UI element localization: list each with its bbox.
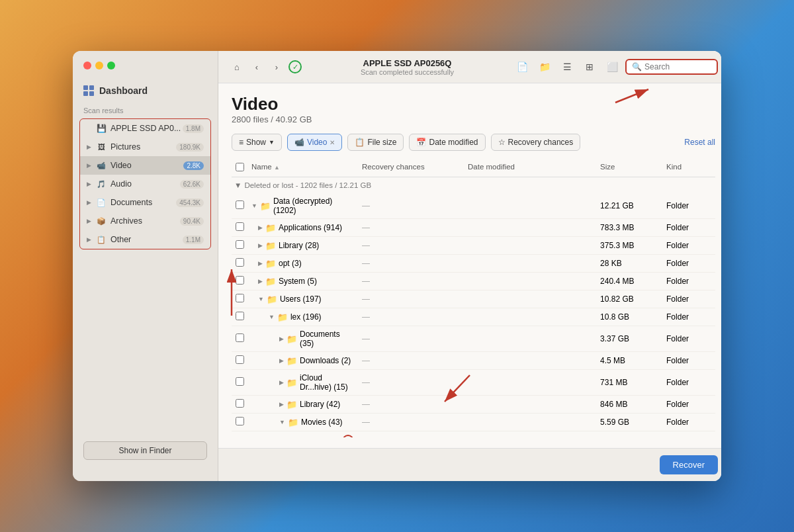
expand-icon[interactable]: ▶ [279, 379, 284, 386]
row-checkbox[interactable] [232, 221, 247, 234]
col-checkbox[interactable] [232, 161, 247, 174]
other-icon: 📋 [96, 234, 107, 245]
device-name: APPLE SSD AP0256Q [308, 58, 506, 68]
row-checkbox[interactable] [232, 332, 247, 345]
sidebar-item-archives[interactable]: ▶ 📦 Archives 90.4K [80, 212, 210, 230]
file-name: Library (42) [300, 400, 340, 409]
grid-icon: ⊞ [586, 62, 594, 72]
search-icon: 🔍 [632, 62, 642, 71]
kind-cell: Folder [662, 311, 715, 323]
show-label: Show [246, 138, 266, 147]
table-row: ▼ 📁 lex (196) — 10.8 GB Folder [232, 308, 715, 326]
kind-cell: Folder [662, 377, 715, 388]
sidebar-item-video[interactable]: ▶ 📹 Video 2.8K [80, 156, 210, 175]
recovery-cell: — [358, 416, 464, 428]
sidebar-item-label: Archives [110, 216, 180, 226]
home-button[interactable]: ⌂ [229, 59, 245, 75]
section-chevron-icon[interactable]: ▼ [234, 181, 242, 189]
row-checkbox[interactable] [232, 239, 247, 252]
section-header: ▼ Deleted or lost - 1202 files / 12.21 G… [232, 177, 715, 193]
row-checkbox[interactable] [232, 310, 247, 324]
row-checkbox[interactable] [232, 257, 247, 270]
sidebar-item-audio[interactable]: ▶ 🎵 Audio 62.6K [80, 175, 210, 193]
table-row: ▶ 📁 opt (3) — 28 KB Folder [232, 255, 715, 273]
remove-video-filter-icon[interactable]: ✕ [330, 139, 335, 146]
expand-icon[interactable]: ▶ [279, 357, 284, 364]
sort-icon[interactable]: ▲ [274, 164, 280, 171]
row-checkbox[interactable] [232, 292, 247, 306]
file-name: Movies (43) [301, 418, 343, 427]
show-filter-button[interactable]: ≡ Show ▼ [232, 134, 282, 151]
eye-icon[interactable]: 👁 [342, 435, 354, 437]
expand-icon[interactable]: ▶ [258, 242, 263, 249]
search-input[interactable] [644, 62, 711, 71]
size-cell: 28 KB [596, 257, 662, 269]
new-file-button[interactable]: 📄 [513, 58, 531, 76]
dashboard-icon [83, 85, 94, 96]
documents-icon: 📄 [96, 197, 107, 208]
date-modified-filter-button[interactable]: 📅 Date modified [409, 134, 485, 151]
table-row: ▶ 📁 Documents (35) — 3.37 GB Folder [232, 326, 715, 352]
expand-icon[interactable]: ▼ [251, 202, 257, 209]
item-count-badge: 62.6K [180, 180, 204, 189]
table-row: ▶ 📁 Downloads (2) — 4.5 MB Folder [232, 352, 715, 370]
recover-button[interactable]: Recover [660, 455, 718, 474]
item-count-badge: 454.3K [176, 199, 204, 207]
size-cell: 783.3 MB [596, 222, 662, 234]
video-filter-button[interactable]: 📹 Video ✕ [287, 134, 342, 151]
row-checkbox[interactable] [232, 199, 247, 212]
split-icon: ⬜ [607, 62, 618, 72]
row-name-cell: ▶ 📁 iCloud Dr...hive) (15) [247, 372, 358, 393]
expand-icon[interactable]: ▶ [258, 278, 263, 285]
sidebar-item-pictures[interactable]: ▶ 🖼 Pictures 180.9K [80, 138, 210, 156]
recovery-chances-filter-button[interactable]: ☆ Recovery chances [491, 134, 581, 151]
toolbar: ⌂ ‹ › ✓ APPLE SSD AP0256Q Scan completed… [218, 51, 721, 83]
file-name: Data (decrypted) (1202) [273, 197, 354, 215]
row-checkbox[interactable] [232, 398, 247, 411]
sidebar-item-label: APPLE SSD AP0... [110, 124, 183, 133]
file-name: System (5) [279, 277, 317, 286]
row-checkbox[interactable] [232, 376, 247, 389]
row-checkbox[interactable] [232, 416, 247, 429]
close-button[interactable] [83, 62, 91, 69]
expand-icon[interactable]: ▼ [279, 419, 285, 425]
expand-icon[interactable]: ▶ [258, 260, 263, 267]
split-view-button[interactable]: ⬜ [603, 58, 621, 76]
reset-all-button[interactable]: Reset all [684, 138, 715, 147]
show-in-finder-button[interactable]: Show in Finder [83, 441, 207, 460]
kind-cell: Folder [662, 222, 715, 234]
row-checkbox[interactable] [232, 354, 247, 367]
expand-icon[interactable]: ▶ [258, 224, 263, 231]
back-button[interactable]: ‹ [249, 59, 265, 75]
recovery-cell: — [358, 240, 464, 251]
sidebar-item-other[interactable]: ▶ 📋 Other 1.1M [80, 230, 210, 249]
expand-icon[interactable]: ▼ [269, 314, 275, 320]
folder-icon: 📁 [539, 62, 551, 72]
chevron-icon: ▶ [87, 218, 93, 224]
sidebar-item-label: Pictures [110, 142, 176, 152]
item-count-badge: 180.9K [176, 143, 204, 152]
expand-icon[interactable]: ▼ [258, 296, 264, 302]
dashboard-nav[interactable]: Dashboard [73, 80, 218, 104]
file-name: lex (196) [290, 312, 322, 322]
maximize-button[interactable] [107, 62, 115, 69]
sidebar-item-apple-ssd[interactable]: 💾 APPLE SSD AP0... 1.8M [80, 119, 210, 138]
folder-button[interactable]: 📁 [535, 58, 554, 76]
sidebar-item-documents[interactable]: ▶ 📄 Documents 454.3K [80, 193, 210, 212]
file-size-filter-button[interactable]: 📋 File size [347, 134, 404, 151]
minimize-button[interactable] [95, 62, 103, 69]
size-cell: 846 MB [596, 398, 662, 410]
row-checkbox[interactable] [232, 275, 247, 288]
expand-icon[interactable]: ▶ [279, 401, 284, 408]
table-row: ▼ 📁 Movies (43) — 5.59 GB Folder [232, 414, 715, 431]
grid-view-button[interactable]: ⊞ [580, 58, 599, 76]
folder-icon: 📁 [287, 334, 297, 344]
list-view-button[interactable]: ☰ [558, 58, 576, 76]
forward-button[interactable]: › [269, 59, 285, 75]
size-cell: 5.59 GB [596, 416, 662, 428]
table-row: ▼ 📁 Data (decrypted) (1202) — 12.21 GB F… [232, 193, 715, 219]
expand-icon[interactable]: ▶ [279, 335, 284, 342]
table-row: 🎬 202...mkv 👁 # ★ High May 24, 2021 [232, 431, 715, 437]
chevron-down-icon: ▼ [269, 139, 275, 146]
select-all-checkbox[interactable] [236, 163, 244, 171]
